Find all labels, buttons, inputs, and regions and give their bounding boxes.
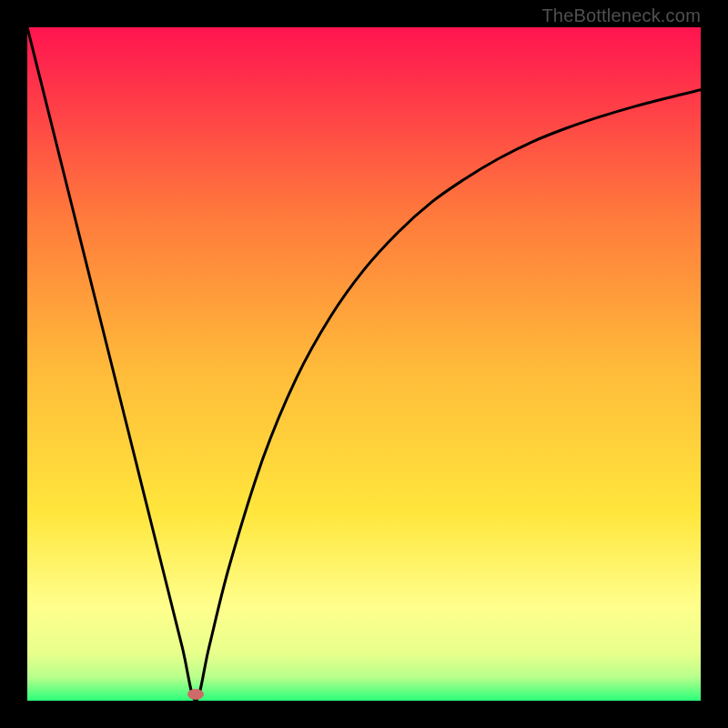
attribution-label: TheBottleneck.com — [541, 5, 701, 26]
svg-rect-0 — [27, 27, 701, 701]
chart-background-gradient — [27, 27, 701, 701]
chart-area — [27, 27, 701, 701]
optimum-marker — [187, 689, 204, 700]
